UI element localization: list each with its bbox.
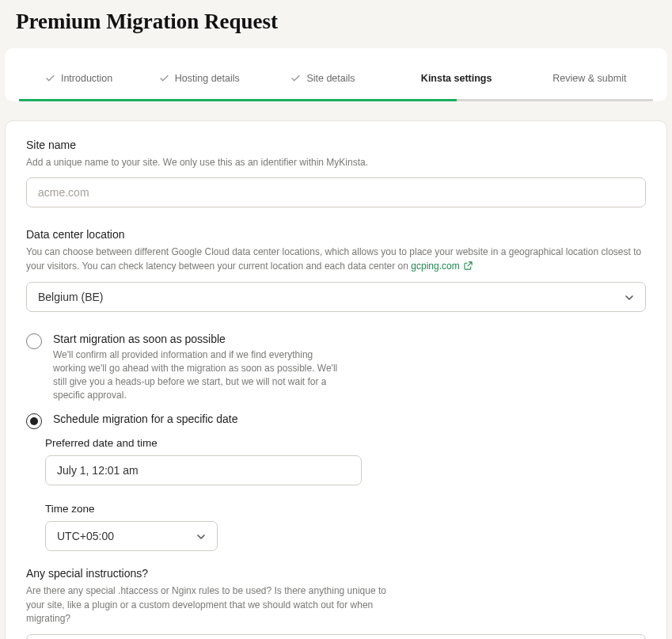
step-site-details[interactable]: Site details [260, 70, 386, 99]
radio-asap-row: Start migration as soon as possible We'l… [26, 333, 646, 401]
progress-done [19, 99, 457, 101]
stepper-progress [19, 99, 653, 101]
radio-scheduled-row: Schedule migration for a specific date [26, 413, 646, 429]
data-center-help-text: You can choose between different Google … [26, 246, 641, 271]
data-center-select[interactable]: Belgium (BE) [26, 282, 646, 312]
progress-todo [457, 99, 653, 101]
preferred-datetime-input[interactable] [45, 455, 362, 485]
data-center-block: Data center location You can choose betw… [26, 228, 646, 312]
special-instructions-block: Any special instructions? Are there any … [26, 567, 646, 639]
radio-asap[interactable] [26, 333, 42, 349]
migration-timing-block: Start migration as soon as possible We'l… [26, 333, 646, 551]
stepper: Introduction Hosting details Site detail… [19, 70, 653, 99]
radio-scheduled-title: Schedule migration for a specific date [53, 413, 646, 425]
step-kinsta-settings[interactable]: Kinsta settings [387, 70, 526, 99]
special-instructions-textarea[interactable] [26, 634, 646, 639]
radio-scheduled[interactable] [26, 413, 42, 429]
form-card: Site name Add a unique name to your site… [5, 120, 667, 639]
site-name-help: Add a unique name to your site. We only … [26, 156, 646, 169]
gcping-link[interactable]: gcping.com [411, 261, 459, 272]
timezone-selected: UTC+05:00 [57, 530, 114, 542]
timezone-select[interactable]: UTC+05:00 [45, 521, 218, 551]
page-title: Premium Migration Request [16, 10, 667, 34]
radio-asap-title: Start migration as soon as possible [53, 333, 646, 345]
stepper-card: Introduction Hosting details Site detail… [5, 48, 667, 101]
special-instructions-label: Any special instructions? [26, 567, 646, 580]
step-hosting-details[interactable]: Hosting details [139, 70, 260, 99]
data-center-help: You can choose between different Google … [26, 245, 646, 274]
chevron-down-icon [196, 531, 206, 541]
step-label: Site details [306, 73, 355, 84]
chevron-down-icon [625, 292, 634, 302]
preferred-datetime-block: Preferred date and time [45, 437, 646, 485]
timezone-label: Time zone [45, 503, 646, 515]
site-name-input[interactable] [26, 177, 646, 207]
site-name-block: Site name Add a unique name to your site… [26, 139, 646, 207]
check-icon [46, 75, 55, 82]
preferred-datetime-label: Preferred date and time [45, 437, 646, 449]
data-center-label: Data center location [26, 228, 646, 241]
step-label: Review & submit [552, 73, 626, 84]
step-label: Hosting details [175, 73, 240, 84]
radio-asap-sub: We'll confirm all provided information a… [53, 348, 338, 401]
step-label: Introduction [61, 73, 112, 84]
step-label: Kinsta settings [421, 73, 492, 84]
step-review-submit[interactable]: Review & submit [526, 70, 653, 99]
site-name-label: Site name [26, 139, 646, 151]
data-center-selected: Belgium (BE) [38, 291, 103, 303]
timezone-block: Time zone UTC+05:00 [45, 503, 646, 551]
external-link-icon [464, 261, 473, 274]
step-introduction[interactable]: Introduction [19, 70, 139, 99]
check-icon [291, 75, 300, 82]
special-instructions-help: Are there any special .htaccess or Nginx… [26, 584, 398, 626]
check-icon [160, 75, 169, 82]
